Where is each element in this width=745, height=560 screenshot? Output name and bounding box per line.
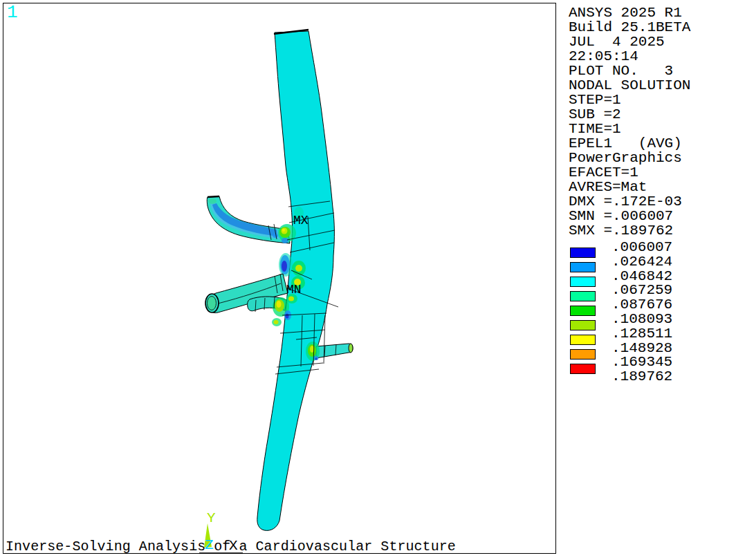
ansys-graphics-window: { "window": { "number": "1" }, "info_pan…	[0, 0, 745, 560]
vessel-model: MX MN	[205, 30, 353, 530]
side-branch	[316, 344, 353, 358]
hotspot-mid-blue	[279, 253, 293, 277]
triad: Y Z X	[199, 510, 243, 554]
upper-branch-cap	[208, 196, 219, 197]
graphics-viewport[interactable]: MX MN Y Z X	[0, 0, 745, 560]
upper-branch-tip-tint	[208, 198, 217, 204]
mid-branch-open-end-face	[208, 297, 217, 310]
min-node-label: MN	[286, 283, 302, 297]
max-node-label: MX	[293, 214, 309, 227]
y-axis-label: Y	[207, 510, 216, 526]
x-axis-label: X	[229, 538, 238, 554]
hotspot-side-junction	[306, 342, 320, 361]
z-axis-label: Z	[205, 537, 214, 553]
side-branch-tip	[349, 344, 353, 353]
